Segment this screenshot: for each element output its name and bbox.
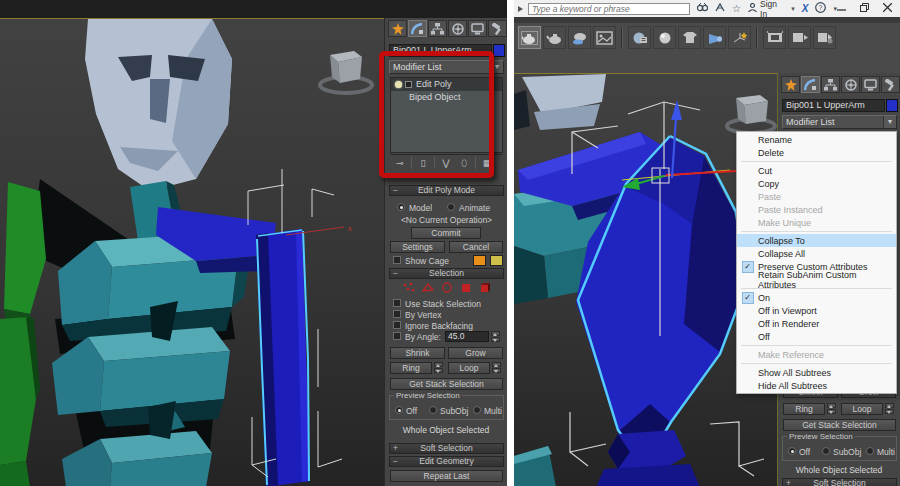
preview-off-radio[interactable] [788, 447, 796, 455]
by-angle-spinner[interactable] [491, 331, 500, 342]
rollout-soft-selection[interactable]: +Soft Selection [782, 478, 897, 486]
material-override-button[interactable] [678, 26, 701, 49]
preview-off-radio[interactable] [395, 406, 403, 414]
model-radio[interactable] [397, 203, 405, 211]
menu-item-show-all-subtrees[interactable]: Show All Subtrees [737, 366, 896, 379]
modifier-list-dropdown[interactable]: Modifier List▼ [782, 115, 897, 129]
commit-button[interactable]: Commit [411, 227, 481, 239]
cancel-button[interactable]: Cancel [449, 241, 503, 253]
favorites-star-icon[interactable]: ☆ [732, 4, 741, 14]
menu-item-copy[interactable]: Copy [737, 177, 896, 190]
menu-item-off-in-renderer[interactable]: Off in Renderer [737, 317, 896, 330]
display-tab-icon[interactable] [861, 76, 880, 93]
view-cube[interactable] [727, 95, 775, 133]
use-stack-selection-checkbox[interactable] [393, 299, 401, 307]
view-cube[interactable] [320, 51, 372, 93]
chevron-down-icon[interactable]: ▼ [883, 116, 896, 128]
exchange-apps-icon[interactable]: X [802, 4, 809, 14]
close-button[interactable] [883, 3, 892, 14]
minimize-button[interactable] [837, 3, 846, 14]
menu-item-collapse-all[interactable]: Collapse All [737, 247, 896, 260]
motion-tab-icon[interactable] [841, 76, 860, 93]
by-angle-checkbox[interactable] [393, 332, 401, 340]
preview-multi-radio[interactable] [866, 447, 874, 455]
clip-state-2-button[interactable] [788, 26, 811, 49]
utilities-tab-icon[interactable] [488, 20, 507, 37]
material-editor-button[interactable] [653, 26, 676, 49]
menu-item-hide-all-subtrees[interactable]: Hide All Subtrees [737, 379, 896, 392]
menu-item-off[interactable]: Off [737, 330, 896, 343]
by-angle-value-field[interactable]: 45.0 [445, 331, 489, 342]
preview-subobj-radio[interactable] [822, 447, 830, 455]
object-name-field[interactable]: Bip001 L UpperArm [782, 99, 885, 112]
cage-selected-color-swatch[interactable] [490, 255, 503, 266]
search-binoculars-icon[interactable] [697, 3, 708, 14]
edge-subobject-icon[interactable] [422, 282, 434, 293]
ring-spinner[interactable] [434, 362, 443, 373]
create-tab-icon[interactable] [388, 20, 407, 37]
object-color-swatch[interactable] [493, 44, 505, 57]
rendered-frame-window-button[interactable] [543, 26, 566, 49]
border-subobject-icon[interactable] [441, 282, 453, 293]
element-subobject-icon[interactable] [479, 282, 491, 293]
modify-tab-icon[interactable] [408, 20, 427, 37]
cage-color-swatch[interactable] [473, 255, 486, 266]
light-button[interactable] [703, 26, 726, 49]
rollout-soft-selection[interactable]: +Soft Selection [389, 443, 504, 454]
hierarchy-tab-icon[interactable] [821, 76, 840, 93]
helper-button[interactable] [728, 26, 751, 49]
hierarchy-tab-icon[interactable] [428, 20, 447, 37]
rollout-selection[interactable]: −Selection [389, 268, 504, 279]
get-stack-selection-button[interactable]: Get Stack Selection [390, 378, 503, 390]
ignore-backfacing-checkbox[interactable] [393, 321, 401, 329]
settings-button[interactable]: Settings [390, 241, 445, 253]
clip-state-3-button[interactable] [813, 26, 836, 49]
menu-item-collapse-to[interactable]: Collapse To [737, 234, 896, 247]
loop-spinner[interactable] [492, 362, 501, 373]
vertex-subobject-icon[interactable] [403, 282, 415, 293]
left-viewport[interactable]: x [0, 18, 384, 486]
modify-tab-icon[interactable] [801, 76, 820, 93]
repeat-last-button[interactable]: Repeat Last [390, 470, 503, 482]
restore-button[interactable] [860, 3, 869, 14]
shrink-button[interactable]: Shrink [390, 347, 445, 359]
menu-item-rename[interactable]: Rename [737, 133, 896, 146]
display-tab-icon[interactable] [468, 20, 487, 37]
ring-spinner[interactable] [827, 403, 836, 414]
loop-button[interactable]: Loop [448, 362, 490, 374]
help-icon[interactable]: ? [815, 2, 826, 15]
loop-button[interactable]: Loop [841, 403, 883, 415]
utilities-tab-icon[interactable] [881, 76, 900, 93]
toolbar-overflow-icon[interactable] [518, 6, 523, 12]
rollout-edit-geometry[interactable]: −Edit Geometry [389, 456, 504, 467]
preview-multi-radio[interactable] [473, 406, 481, 414]
polygon-subobject-icon[interactable] [460, 282, 472, 293]
community-icon[interactable] [715, 3, 725, 14]
by-vertex-checkbox[interactable] [393, 310, 401, 318]
create-tab-icon[interactable] [781, 76, 800, 93]
clip-state-1-button[interactable] [763, 26, 786, 49]
menu-item-retain-subanim-custom-attributes[interactable]: Retain SubAnim Custom Attributes [737, 273, 896, 286]
ring-button[interactable]: Ring [390, 362, 432, 374]
menu-item-delete[interactable]: Delete [737, 146, 896, 159]
grow-button[interactable]: Grow [448, 347, 503, 359]
sign-in-button[interactable]: Sign In [760, 0, 784, 19]
object-color-swatch[interactable] [886, 99, 898, 112]
search-input[interactable] [528, 3, 690, 15]
show-cage-checkbox[interactable] [393, 256, 401, 264]
sign-in-chevron-icon[interactable]: ▾ [791, 4, 795, 14]
user-icon[interactable] [748, 3, 757, 14]
get-stack-selection-button[interactable]: Get Stack Selection [783, 419, 896, 431]
menu-item-off-in-viewport[interactable]: Off in Viewport [737, 304, 896, 317]
render-in-cloud-button[interactable] [568, 26, 591, 49]
ring-button[interactable]: Ring [783, 403, 825, 415]
rollout-edit-poly-mode[interactable]: −Edit Poly Mode [389, 185, 504, 196]
state-sets-button[interactable] [628, 26, 651, 49]
menu-item-on[interactable]: ✓On [737, 291, 896, 304]
render-setup-button[interactable] [518, 26, 541, 49]
menu-item-cut[interactable]: Cut [737, 164, 896, 177]
animate-radio[interactable] [447, 203, 455, 211]
preview-subobj-radio[interactable] [429, 406, 437, 414]
motion-tab-icon[interactable] [448, 20, 467, 37]
loop-spinner[interactable] [885, 403, 894, 414]
